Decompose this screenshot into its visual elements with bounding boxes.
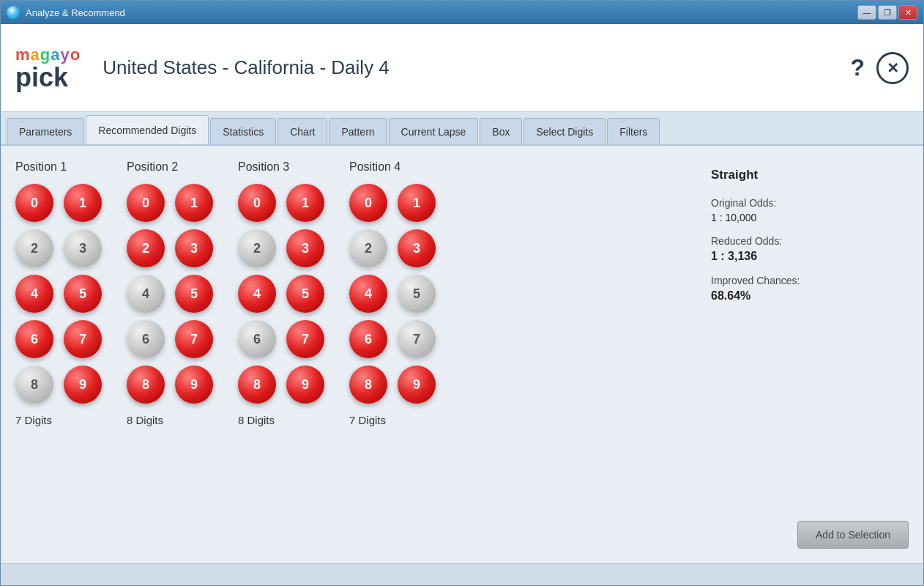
digit-ball[interactable]: 3 [64,229,102,267]
digit-ball[interactable]: 2 [15,229,53,267]
digit-ball[interactable]: 2 [349,229,387,267]
tab-filters[interactable]: Filters [607,118,660,144]
digit-ball[interactable]: 8 [238,366,276,404]
app-title: United States - California - Daily 4 [103,56,850,79]
digit-ball[interactable]: 5 [398,275,436,313]
app-header: magayo pick United States - California -… [1,24,923,112]
main-content: Position 1 0 1 2 3 4 5 6 7 8 9 7 Digits … [1,146,923,563]
tab-box[interactable]: Box [480,118,522,144]
app-icon [7,6,20,19]
digit-ball[interactable]: 1 [175,184,213,222]
digit-ball[interactable]: 4 [238,275,276,313]
position-1-grid: 0 1 2 3 4 5 6 7 8 9 [15,184,105,404]
tab-chart[interactable]: Chart [277,118,327,144]
digit-ball[interactable]: 9 [175,366,213,404]
tab-select-digits[interactable]: Select Digits [524,118,606,144]
digit-ball[interactable]: 5 [64,275,102,313]
tab-recommended-digits[interactable]: Recommended Digits [86,115,209,144]
header-icons: ? ✕ [850,52,909,84]
tab-current-lapse[interactable]: Current Lapse [389,118,479,144]
digit-ball[interactable]: 1 [64,184,102,222]
position-1-count: 7 Digits [15,414,52,426]
position-2-column: Position 2 0 1 2 3 4 5 6 7 8 9 8 Digits [127,160,216,549]
window-title: Analyze & Recommend [26,7,857,18]
digit-ball[interactable]: 9 [64,366,102,404]
digit-ball[interactable]: 0 [127,184,165,222]
original-odds-value: 1 : 10,000 [711,212,909,223]
digit-ball[interactable]: 1 [286,184,324,222]
digit-ball[interactable]: 7 [64,320,102,358]
position-2-label: Position 2 [127,160,178,174]
restore-button[interactable]: ❐ [878,5,897,20]
digit-ball[interactable]: 9 [398,366,436,404]
digit-ball[interactable]: 1 [398,184,436,222]
close-icon[interactable]: ✕ [876,52,909,84]
digit-ball[interactable]: 9 [286,366,324,404]
digit-ball[interactable]: 3 [398,229,436,267]
improved-chances-label: Improved Chances: [711,275,909,286]
digit-ball[interactable]: 6 [349,320,387,358]
close-window-button[interactable]: ✕ [898,5,917,20]
position-1-label: Position 1 [15,160,67,174]
tabs-bar: Parameters Recommended Digits Statistics… [1,112,923,146]
minimize-button[interactable]: — [857,5,876,20]
digit-ball[interactable]: 7 [398,320,436,358]
digit-ball[interactable]: 6 [15,320,53,358]
digit-ball[interactable]: 8 [15,366,53,404]
original-odds-label: Original Odds: [711,197,909,209]
bottom-bar [1,563,923,585]
digit-ball[interactable]: 4 [15,275,53,313]
position-3-grid: 0 1 2 3 4 5 6 7 8 9 [238,184,327,404]
logo-pick: pick [15,64,81,91]
digit-ball[interactable]: 7 [286,320,324,358]
digit-ball[interactable]: 8 [127,366,165,404]
tab-pattern[interactable]: Pattern [329,118,387,144]
digit-ball[interactable]: 4 [127,275,165,313]
positions-area: Position 1 0 1 2 3 4 5 6 7 8 9 7 Digits … [15,160,689,549]
digit-ball[interactable]: 0 [238,184,276,222]
digit-ball[interactable]: 6 [238,320,276,358]
position-3-label: Position 3 [238,160,289,174]
improved-chances-value: 68.64% [711,289,909,303]
reduced-odds-value: 1 : 3,136 [711,250,909,263]
digit-ball[interactable]: 2 [127,229,165,267]
position-1-column: Position 1 0 1 2 3 4 5 6 7 8 9 7 Digits [15,160,105,549]
window-controls: — ❐ ✕ [857,5,917,20]
position-4-label: Position 4 [349,160,400,174]
logo: magayo pick [15,45,81,91]
digit-ball[interactable]: 3 [286,229,324,267]
tab-statistics[interactable]: Statistics [210,118,276,144]
digit-ball[interactable]: 6 [127,320,165,358]
title-bar: Analyze & Recommend — ❐ ✕ [1,1,923,24]
digit-ball[interactable]: 4 [349,275,387,313]
tab-parameters[interactable]: Parameters [7,118,84,144]
add-to-selection-button[interactable]: Add to Selection [797,521,909,549]
digit-ball[interactable]: 5 [286,275,324,313]
position-3-column: Position 3 0 1 2 3 4 5 6 7 8 9 8 Digits [238,160,327,549]
digit-ball[interactable]: 2 [238,229,276,267]
position-4-grid: 0 1 2 3 4 5 6 7 8 9 [349,184,439,404]
stats-panel: Straight Original Odds: 1 : 10,000 Reduc… [689,160,909,549]
straight-label: Straight [711,168,909,182]
digit-ball[interactable]: 3 [175,229,213,267]
app-window: Analyze & Recommend — ❐ ✕ magayo pick Un… [0,0,924,586]
digit-ball[interactable]: 0 [349,184,387,222]
help-icon[interactable]: ? [850,54,865,81]
position-4-column: Position 4 0 1 2 3 4 5 6 7 8 9 7 Digits [349,160,439,549]
digit-ball[interactable]: 7 [175,320,213,358]
position-4-count: 7 Digits [349,414,386,426]
digit-ball[interactable]: 8 [349,366,387,404]
position-3-count: 8 Digits [238,414,275,426]
reduced-odds-label: Reduced Odds: [711,235,909,247]
digit-ball[interactable]: 0 [15,184,53,222]
logo-magayo: magayo [15,45,81,64]
position-2-count: 8 Digits [127,414,163,426]
digit-ball[interactable]: 5 [175,275,213,313]
position-2-grid: 0 1 2 3 4 5 6 7 8 9 [127,184,216,404]
